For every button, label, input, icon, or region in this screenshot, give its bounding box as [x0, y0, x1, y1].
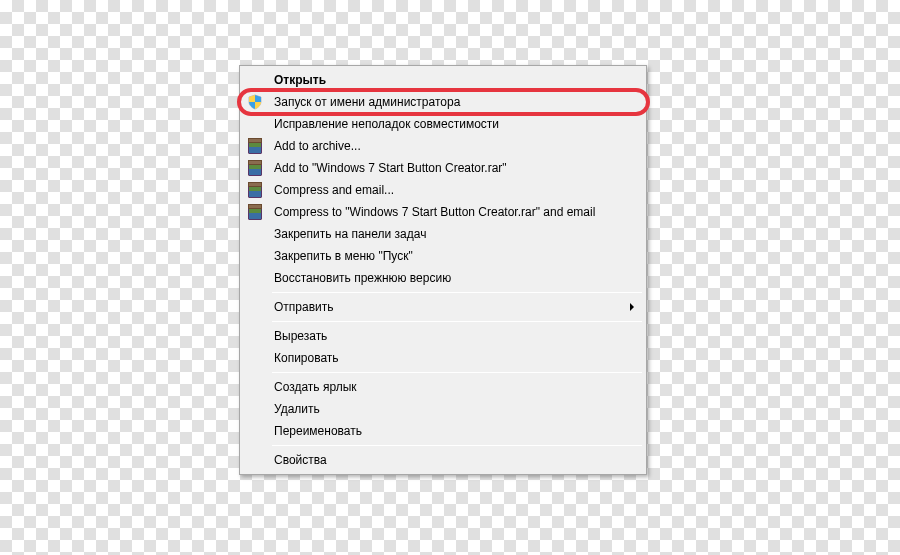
menu-item-label: Compress to "Windows 7 Start Button Crea… [274, 205, 595, 219]
menu-item-add-to-named-archive[interactable]: Add to "Windows 7 Start Button Creator.r… [242, 157, 644, 179]
menu-item-copy[interactable]: Копировать [242, 347, 644, 369]
menu-item-label: Запуск от имени администратора [274, 95, 460, 109]
menu-item-label: Отправить [274, 300, 334, 314]
menu-item-label: Закрепить в меню "Пуск" [274, 249, 413, 263]
menu-item-label: Восстановить прежнюю версию [274, 271, 451, 285]
menu-separator [272, 372, 642, 373]
rar-icon [247, 138, 263, 154]
menu-item-properties[interactable]: Свойства [242, 449, 644, 471]
menu-item-label: Копировать [274, 351, 339, 365]
menu-item-delete[interactable]: Удалить [242, 398, 644, 420]
menu-item-compat-troubleshoot[interactable]: Исправление неполадок совместимости [242, 113, 644, 135]
menu-item-pin-taskbar[interactable]: Закрепить на панели задач [242, 223, 644, 245]
menu-item-compress-named-email[interactable]: Compress to "Windows 7 Start Button Crea… [242, 201, 644, 223]
shield-icon [247, 94, 263, 110]
rar-icon [247, 204, 263, 220]
context-menu: Открыть Запуск от имени администратора И… [239, 65, 647, 475]
menu-item-label: Свойства [274, 453, 327, 467]
menu-item-label: Закрепить на панели задач [274, 227, 426, 241]
menu-item-label: Переименовать [274, 424, 362, 438]
rar-icon [247, 182, 263, 198]
menu-item-label: Создать ярлык [274, 380, 357, 394]
menu-item-send-to[interactable]: Отправить [242, 296, 644, 318]
menu-item-open[interactable]: Открыть [242, 69, 644, 91]
menu-item-label: Compress and email... [274, 183, 394, 197]
menu-separator [272, 292, 642, 293]
menu-item-label: Открыть [274, 73, 326, 87]
chevron-right-icon [630, 303, 634, 311]
menu-separator [272, 321, 642, 322]
menu-item-label: Исправление неполадок совместимости [274, 117, 499, 131]
menu-item-run-as-admin[interactable]: Запуск от имени администратора [242, 91, 644, 113]
menu-item-label: Вырезать [274, 329, 327, 343]
menu-item-label: Удалить [274, 402, 320, 416]
menu-item-add-to-archive[interactable]: Add to archive... [242, 135, 644, 157]
menu-item-label: Add to archive... [274, 139, 361, 153]
menu-item-create-shortcut[interactable]: Создать ярлык [242, 376, 644, 398]
menu-item-pin-start[interactable]: Закрепить в меню "Пуск" [242, 245, 644, 267]
menu-item-cut[interactable]: Вырезать [242, 325, 644, 347]
rar-icon [247, 160, 263, 176]
menu-separator [272, 445, 642, 446]
menu-item-label: Add to "Windows 7 Start Button Creator.r… [274, 161, 507, 175]
menu-item-rename[interactable]: Переименовать [242, 420, 644, 442]
menu-item-restore-previous[interactable]: Восстановить прежнюю версию [242, 267, 644, 289]
menu-item-compress-email[interactable]: Compress and email... [242, 179, 644, 201]
